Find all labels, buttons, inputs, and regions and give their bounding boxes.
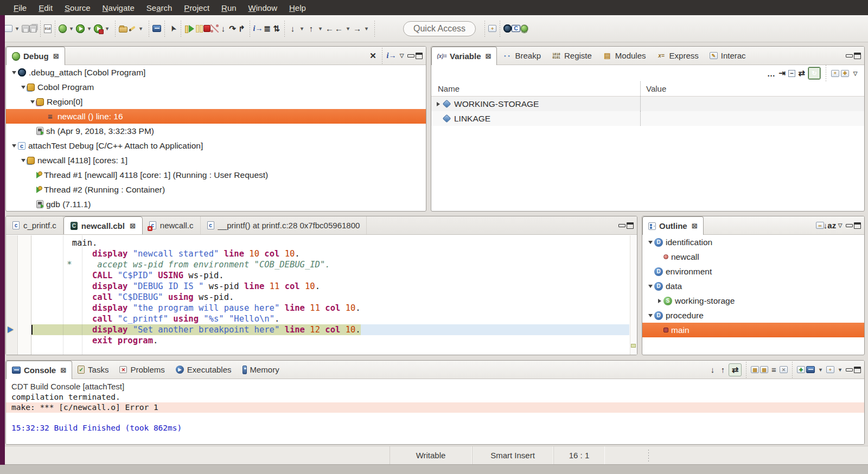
editor-tab-newcall-cbl[interactable]: Cnewcall.cbl⊠ — [63, 216, 143, 234]
outline-tree-item[interactable]: Didentification — [642, 235, 864, 249]
link-editor-icon[interactable]: ∞ — [816, 222, 824, 229]
back-icon[interactable]: ← — [334, 24, 343, 33]
debug-tree-item[interactable]: cattachTest Debug [C/C++ Attach to Appli… — [6, 138, 426, 153]
clear-console-icon[interactable]: ✕ — [780, 366, 788, 373]
tab-express[interactable]: x=Express — [652, 47, 704, 65]
outline-tree-item[interactable]: Sworking-storage — [642, 293, 864, 308]
expanded-arrow[interactable] — [12, 144, 16, 148]
minimize-icon[interactable] — [618, 224, 626, 227]
expanded-arrow[interactable] — [21, 86, 25, 89]
debug-tree-item[interactable]: gdb (7.11.1) — [6, 197, 426, 212]
instruction-step-icon[interactable]: i→ — [253, 24, 263, 33]
menu-edit[interactable]: Edit — [33, 2, 59, 14]
auto-refresh-icon[interactable]: ↻ — [808, 67, 821, 80]
expander-icon[interactable] — [435, 102, 442, 106]
show-types-icon[interactable]: … — [767, 69, 776, 78]
tab-registe[interactable]: 1010 0101Registe — [546, 47, 597, 65]
close-icon[interactable]: ⊠ — [130, 222, 136, 230]
outline-tree-item[interactable]: Ddata — [642, 279, 864, 293]
expander-icon[interactable] — [20, 86, 27, 89]
menu-help[interactable]: Help — [283, 2, 312, 14]
menu-navigate[interactable]: Navigate — [97, 2, 141, 14]
dropdown-icon[interactable]: ▾ — [816, 365, 825, 374]
follow-icon[interactable]: ⇄ — [729, 363, 742, 376]
editor-tab-newcall-c[interactable]: cnewcall.c — [143, 216, 201, 234]
view-menu-icon[interactable]: ▽ — [851, 69, 860, 78]
close-icon[interactable]: ⊠ — [53, 52, 59, 60]
code-line[interactable]: display "the program will pause here" li… — [31, 303, 629, 313]
expander-icon[interactable] — [647, 285, 654, 288]
line-number-gutter[interactable] — [18, 235, 31, 355]
maximize-icon[interactable] — [854, 222, 861, 229]
suspend-icon[interactable] — [194, 24, 203, 33]
menu-file[interactable]: File — [8, 2, 33, 14]
add-globals-icon[interactable]: ⇥ — [777, 69, 787, 78]
code-line[interactable]: call "C$DEBUG" using ws-pid. — [31, 292, 629, 303]
overview-ruler[interactable] — [630, 235, 637, 355]
refresh-icon[interactable]: ⇄ — [797, 69, 806, 78]
debug-tree-item[interactable]: Thread #1 [newcall] 4118 [core: 1] (Runn… — [6, 168, 426, 182]
expander-icon[interactable] — [10, 71, 18, 74]
load-symbols-icon[interactable]: ↓ — [288, 24, 297, 33]
outline-tree-item[interactable]: Denvironment — [642, 264, 864, 279]
dropdown-icon[interactable]: ▾ — [362, 24, 371, 33]
expanded-arrow[interactable] — [648, 285, 653, 288]
run-icon[interactable] — [76, 24, 85, 33]
collapse-stack-icon[interactable]: ⇅ — [272, 24, 281, 33]
tab-breakp[interactable]: ● ●Breakp — [497, 47, 546, 65]
console-view-icon[interactable] — [152, 25, 161, 32]
annotation-ruler[interactable] — [6, 235, 18, 355]
cobol-perspective-icon[interactable] — [503, 24, 512, 33]
tab-outline[interactable]: Outline⊠ — [642, 216, 704, 235]
open-perspective-icon[interactable]: + — [488, 25, 496, 32]
sort-az-icon[interactable]: ↓az — [825, 221, 834, 230]
show-logical-icon[interactable]: ≣ — [263, 24, 272, 33]
debug-tree-item[interactable]: ≡newcall () line: 16 — [6, 109, 426, 124]
cpp-perspective-icon[interactable]: C — [512, 25, 520, 32]
debug-tree-item[interactable]: Cobol Program — [6, 80, 426, 94]
expanded-arrow[interactable] — [12, 71, 16, 74]
close-icon[interactable]: ⊠ — [60, 366, 66, 374]
debug-tree-item[interactable]: Region[0] — [6, 94, 426, 109]
restore-symbols-icon[interactable]: ↑ — [307, 24, 316, 33]
dropdown-icon[interactable]: ▾ — [835, 365, 845, 374]
collapsed-arrow[interactable] — [658, 299, 661, 303]
save-icon[interactable] — [22, 25, 29, 33]
menu-window[interactable]: Window — [242, 2, 283, 14]
code-line[interactable]: * accept ws-pid from environment "COB_DE… — [31, 259, 629, 270]
expander-icon[interactable] — [647, 241, 654, 244]
debug-tree-item[interactable]: .debug_attach [Cobol Program] — [6, 65, 426, 80]
step-return-icon[interactable]: ↱ — [237, 24, 246, 33]
menu-search[interactable]: Search — [141, 2, 178, 14]
editor-tab--printf-at-printf-c-28-0x7fbc05961800[interactable]: c__printf() at printf.c:28 0x7fbc0596180… — [201, 216, 367, 234]
forward-icon[interactable]: → — [353, 24, 362, 33]
open-console-icon[interactable]: + — [826, 366, 834, 373]
resume-icon[interactable] — [184, 24, 194, 33]
step-into-icon[interactable]: ↓ — [219, 24, 228, 33]
collapse-all-icon[interactable]: − — [788, 70, 795, 77]
show-stderr-lock-icon[interactable]: ▤ — [760, 366, 768, 373]
menu-run[interactable]: Run — [215, 2, 242, 14]
code-line[interactable]: main. — [31, 238, 629, 248]
view-menu-icon[interactable]: ▽ — [397, 51, 406, 60]
word-wrap-icon[interactable]: ≡ — [769, 365, 778, 374]
maximize-icon[interactable] — [627, 222, 634, 229]
close-icon[interactable]: ⊠ — [692, 222, 698, 230]
debug-perspective-icon[interactable] — [520, 24, 528, 33]
code-line[interactable]: display "DEBUG ID IS " ws-pid line 11 co… — [31, 281, 629, 292]
tab-memory[interactable]: Memory — [237, 361, 285, 379]
code-line[interactable]: call "c_printf" using "%s" "Hello\n". — [31, 313, 629, 324]
pointer-icon[interactable]: ➤ — [167, 22, 179, 35]
outline-tree-item[interactable]: Dprocedure — [642, 308, 864, 323]
dropdown-icon[interactable]: ▾ — [297, 24, 307, 33]
minimize-icon[interactable] — [846, 368, 853, 371]
show-stdout-icon[interactable]: ▤ — [751, 366, 759, 373]
code-line[interactable]: CALL "C$PID" USING ws-pid. — [31, 270, 629, 281]
dropdown-icon[interactable]: ▾ — [67, 24, 76, 33]
outline-tree-item[interactable]: main — [642, 323, 864, 337]
minimize-icon[interactable] — [846, 224, 853, 227]
quick-access-button[interactable]: Quick Access — [403, 21, 476, 36]
collapsed-arrow[interactable] — [437, 102, 440, 106]
save-all-icon[interactable] — [29, 25, 37, 33]
tab-tasks[interactable]: ✓Tasks — [72, 361, 114, 379]
